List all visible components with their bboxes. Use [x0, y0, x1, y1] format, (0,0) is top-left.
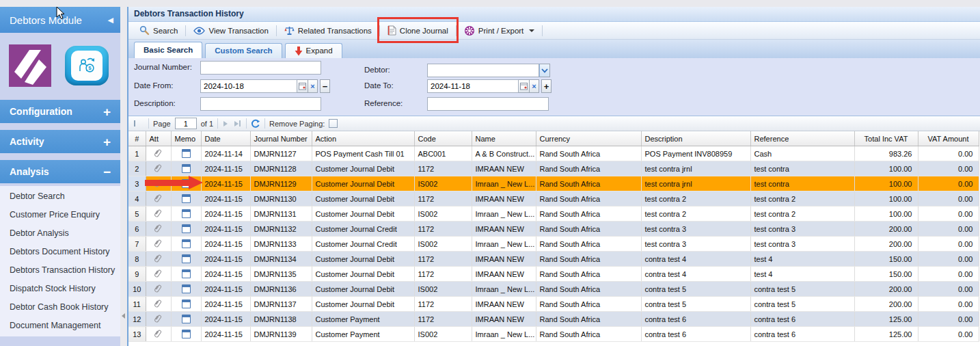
column-header-currency[interactable]: Currency: [536, 131, 641, 146]
date-from-calendar-button[interactable]: [297, 79, 308, 93]
journal-number-cell[interactable]: DMJRN1129: [250, 176, 312, 191]
currency-cell[interactable]: Rand South Africa: [536, 282, 641, 297]
vat-amount-cell[interactable]: 0.00: [918, 267, 979, 282]
total-inc-vat-cell[interactable]: 100.00: [854, 207, 918, 222]
reference-cell[interactable]: test contra: [750, 176, 854, 191]
debtor-field[interactable]: [427, 64, 550, 77]
table-row[interactable]: 102024-11-15DMJRN1136Customer Journal De…: [128, 282, 979, 297]
journal-number-cell[interactable]: DMJRN1127: [250, 146, 312, 161]
currency-cell[interactable]: Rand South Africa: [536, 252, 641, 267]
memo-cell[interactable]: [171, 146, 201, 161]
action-cell[interactable]: Customer Journal Debit: [312, 191, 414, 207]
vat-amount-cell[interactable]: 0.00: [918, 146, 979, 161]
table-row[interactable]: 22024-11-15DMJRN1128Customer Journal Deb…: [128, 161, 979, 176]
reference-cell[interactable]: contra test 5: [750, 282, 854, 297]
date-cell[interactable]: 2024-11-15: [201, 252, 250, 267]
print-export-button[interactable]: Print / Export: [459, 23, 540, 38]
action-cell[interactable]: Customer Journal Debit: [312, 252, 414, 267]
vat-amount-cell[interactable]: 0.00: [918, 161, 979, 176]
total-inc-vat-cell[interactable]: 100.00: [854, 176, 918, 191]
collapse-sidebar-icon[interactable]: ◀: [108, 16, 113, 25]
memo-cell[interactable]: [171, 207, 201, 222]
journal-number-cell[interactable]: DMJRN1136: [250, 282, 312, 297]
reference-cell[interactable]: contra test 5: [750, 297, 854, 312]
column-header-memo[interactable]: Memo: [171, 131, 201, 146]
attachment-cell[interactable]: [146, 161, 171, 176]
memo-cell[interactable]: [171, 161, 201, 176]
table-row[interactable]: 52024-11-15DMJRN1131Customer Journal Deb…: [128, 207, 979, 222]
memo-cell[interactable]: [171, 191, 201, 207]
name-cell[interactable]: IMRAAN NEW: [472, 252, 536, 267]
table-row[interactable]: 12024-11-14DMJRN1127POS Payment Cash Til…: [128, 146, 979, 161]
journal-number-input[interactable]: [200, 61, 321, 75]
vat-amount-cell[interactable]: 0.00: [918, 222, 979, 237]
reference-cell[interactable]: test 4: [750, 267, 854, 282]
date-cell[interactable]: 2024-11-15: [201, 176, 250, 191]
date-to-field[interactable]: × +: [427, 79, 552, 93]
debtor-dropdown-button[interactable]: [539, 64, 550, 77]
collapse-minus-icon[interactable]: −: [103, 165, 111, 178]
date-cell[interactable]: 2024-11-15: [201, 297, 250, 312]
column-header-vat-amount[interactable]: VAT Amount: [918, 131, 979, 146]
currency-cell[interactable]: Rand South Africa: [536, 146, 641, 161]
currency-cell[interactable]: Rand South Africa: [536, 222, 641, 237]
action-cell[interactable]: Customer Journal Debit: [312, 176, 414, 191]
journal-number-cell[interactable]: DMJRN1135: [250, 267, 312, 282]
action-cell[interactable]: Customer Journal Debit: [312, 297, 414, 312]
table-row[interactable]: 82024-11-15DMJRN1134Customer Journal Deb…: [128, 252, 979, 267]
column-header-reference[interactable]: Reference: [750, 131, 854, 146]
name-cell[interactable]: Imraan _ New L...: [472, 237, 536, 252]
total-inc-vat-cell[interactable]: 125.00: [854, 312, 918, 327]
name-cell[interactable]: IMRAAN NEW: [472, 267, 536, 282]
expand-plus-icon[interactable]: +: [103, 105, 111, 118]
memo-cell[interactable]: [171, 252, 201, 267]
date-from-minus-button[interactable]: −: [320, 79, 330, 93]
memo-cell[interactable]: [171, 327, 201, 342]
currency-cell[interactable]: Rand South Africa: [536, 207, 641, 222]
reference-input[interactable]: [427, 97, 549, 111]
action-cell[interactable]: Customer Journal Debit: [312, 161, 414, 176]
sidebar-item-debtors-document-history[interactable]: Debtors Document History: [0, 243, 120, 261]
description-cell[interactable]: contra test 4: [641, 267, 750, 282]
total-inc-vat-cell[interactable]: 983.26: [854, 146, 918, 161]
name-cell[interactable]: IMRAAN NEW: [472, 297, 536, 312]
action-cell[interactable]: Customer Payment: [312, 327, 414, 342]
action-cell[interactable]: Customer Journal Debit: [312, 282, 414, 297]
currency-cell[interactable]: Rand South Africa: [536, 161, 641, 176]
total-inc-vat-cell[interactable]: 100.00: [854, 191, 918, 207]
action-cell[interactable]: POS Payment Cash Till 01: [312, 146, 414, 161]
memo-cell[interactable]: [171, 312, 201, 327]
memo-cell[interactable]: [171, 297, 201, 312]
clone-journal-button[interactable]: Clone Journal: [382, 23, 454, 38]
journal-number-field[interactable]: [200, 61, 321, 75]
table-row[interactable]: 72024-11-15DMJRN1133Customer Journal Cre…: [128, 237, 979, 252]
journal-number-cell[interactable]: DMJRN1132: [250, 222, 312, 237]
currency-cell[interactable]: Rand South Africa: [536, 191, 641, 207]
date-to-input[interactable]: [427, 79, 519, 93]
sidebar-item-debtor-analysis[interactable]: Debtor Analysis: [0, 224, 120, 243]
journal-number-cell[interactable]: DMJRN1131: [250, 207, 312, 222]
attachment-cell[interactable]: [146, 207, 171, 222]
reference-cell[interactable]: test contra: [750, 161, 854, 176]
date-to-plus-button[interactable]: +: [541, 79, 552, 93]
reference-cell[interactable]: contra test 6: [750, 312, 854, 327]
date-from-clear-button[interactable]: ×: [308, 79, 318, 93]
date-cell[interactable]: 2024-11-15: [201, 267, 250, 282]
vat-amount-cell[interactable]: 0.00: [918, 237, 979, 252]
column-header--[interactable]: #: [128, 131, 146, 146]
description-cell[interactable]: contra test 6: [641, 327, 750, 342]
code-cell[interactable]: 1172: [414, 252, 472, 267]
attachment-cell[interactable]: [146, 252, 171, 267]
attachment-cell[interactable]: [146, 297, 171, 312]
column-header-date[interactable]: Date: [201, 131, 250, 146]
view-transaction-button[interactable]: View Transaction: [188, 23, 273, 38]
reference-cell[interactable]: contra test 6: [750, 327, 854, 342]
debtor-input[interactable]: [427, 64, 539, 77]
table-row[interactable]: 32024-11-15DMJRN1129Customer Journal Deb…: [128, 176, 979, 191]
total-inc-vat-cell[interactable]: 150.00: [854, 267, 918, 282]
tab-custom-search[interactable]: Custom Search: [205, 43, 282, 58]
date-from-field[interactable]: × −: [200, 79, 330, 93]
reference-cell[interactable]: test 4: [750, 252, 854, 267]
table-row[interactable]: 42024-11-15DMJRN1130Customer Journal Deb…: [128, 191, 979, 207]
sidebar-item-dispatch-stock-history[interactable]: Dispatch Stock History: [0, 280, 120, 298]
